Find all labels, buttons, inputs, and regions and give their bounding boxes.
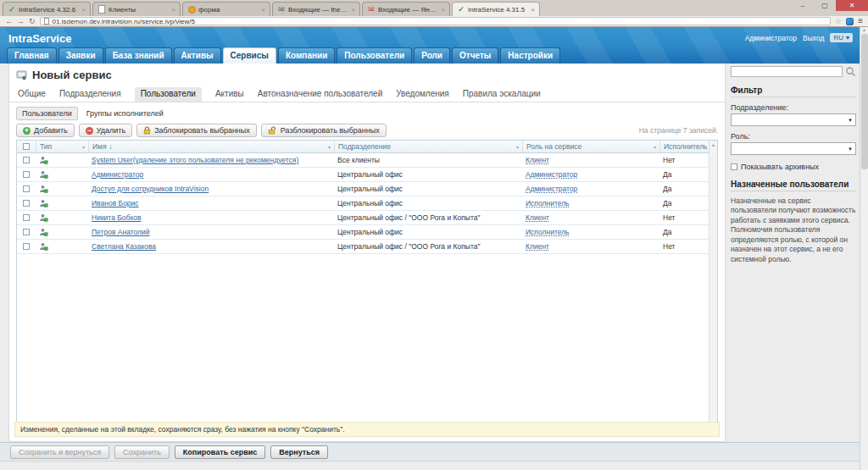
inner-tab-gruppy[interactable]: Группы исполнителей bbox=[81, 108, 169, 119]
close-tab-icon[interactable]: × bbox=[261, 6, 265, 14]
row-checkbox[interactable] bbox=[23, 214, 30, 221]
row-checkbox[interactable] bbox=[23, 200, 30, 207]
nav-tab-otchety[interactable]: Отчеты bbox=[452, 47, 498, 64]
grid-scrollbar[interactable]: ▲ ▼ bbox=[709, 141, 717, 427]
select-all-checkbox[interactable] bbox=[23, 143, 30, 150]
chevron-down-icon[interactable]: ▾ bbox=[82, 144, 85, 150]
tab-obschie[interactable]: Общие bbox=[18, 87, 46, 102]
tab-uvedomleniya[interactable]: Уведомления bbox=[396, 87, 449, 102]
restore-button[interactable]: ▢ bbox=[814, 0, 836, 11]
user-name-link[interactable]: Доступ для сотрудников IntraVision bbox=[92, 185, 209, 193]
copy-service-button[interactable]: Копировать сервис bbox=[175, 445, 265, 459]
tab-aktivy[interactable]: Активы bbox=[215, 87, 244, 102]
role-filter-select[interactable]: ▼ bbox=[731, 142, 856, 155]
nav-tab-servisy[interactable]: Сервисы bbox=[223, 47, 276, 64]
nav-tab-glavnaya[interactable]: Главная bbox=[7, 47, 57, 64]
extension-icon[interactable] bbox=[846, 18, 854, 25]
nav-tab-kompanii[interactable]: Компании bbox=[278, 47, 335, 64]
chevron-down-icon[interactable]: ▾ bbox=[654, 144, 656, 150]
browser-menu-icon[interactable]: ≡ bbox=[858, 17, 863, 25]
browser-tab-title: форма bbox=[198, 6, 259, 14]
current-user-link[interactable]: Администратор bbox=[745, 34, 797, 42]
nav-tab-aktivy[interactable]: Активы bbox=[174, 47, 221, 64]
reload-icon[interactable]: ↻ bbox=[29, 18, 36, 25]
department-filter-select[interactable]: ▼ bbox=[731, 113, 856, 126]
user-name-link[interactable]: Светлана Казакова bbox=[92, 242, 156, 251]
browser-tab-4[interactable]: ✉ Входящие — thericeguy × bbox=[272, 2, 360, 16]
search-input[interactable] bbox=[731, 66, 843, 77]
role-link[interactable]: Администратор bbox=[526, 185, 577, 193]
nav-tab-zayavki[interactable]: Заявки bbox=[58, 47, 103, 64]
browser-tab-2[interactable]: Клиенты × bbox=[92, 2, 181, 16]
row-checkbox[interactable] bbox=[23, 243, 30, 250]
browser-tab-active[interactable]: ✓ IntraService 4.31.5 × bbox=[452, 2, 540, 16]
role-link[interactable]: Клиент bbox=[526, 156, 549, 164]
role-link[interactable]: Исполнитель bbox=[526, 199, 570, 207]
add-button[interactable]: + Добавить bbox=[16, 124, 75, 137]
return-button[interactable]: Вернуться bbox=[270, 445, 328, 459]
show-archived-checkbox[interactable] bbox=[731, 163, 737, 170]
delete-button[interactable]: − Удалить bbox=[79, 124, 132, 137]
close-tab-icon[interactable]: × bbox=[531, 6, 535, 14]
user-name-link[interactable]: System User(удаление этого пользователя … bbox=[92, 156, 298, 164]
chevron-down-icon[interactable]: ▾ bbox=[328, 144, 331, 150]
chevron-down-icon[interactable]: ▾ bbox=[516, 144, 519, 150]
mail-favicon: ✉ bbox=[277, 5, 286, 14]
scroll-up-icon[interactable]: ▲ bbox=[862, 27, 866, 32]
user-type-icon bbox=[39, 213, 48, 222]
save-button[interactable]: Сохранить bbox=[114, 445, 170, 459]
table-row: Никита Бобков Центральный офис / "ООО Ро… bbox=[17, 211, 717, 225]
page-scrollbar[interactable]: ▲ bbox=[860, 27, 868, 470]
role-link[interactable]: Клиент bbox=[526, 242, 549, 251]
close-tab-icon[interactable]: × bbox=[171, 6, 175, 14]
browser-tab-3[interactable]: форма × bbox=[182, 2, 270, 16]
block-selected-button[interactable]: Заблокировать выбранных bbox=[136, 124, 257, 137]
row-checkbox[interactable] bbox=[23, 185, 30, 192]
language-code: RU bbox=[833, 34, 843, 41]
nav-tab-nastroyki[interactable]: Настройки bbox=[500, 47, 560, 64]
url-bar[interactable]: 01.isdemon.dev.intravision.ru/service.iv… bbox=[40, 17, 832, 25]
row-checkbox[interactable] bbox=[23, 157, 30, 163]
column-label: Исполнитель bbox=[664, 142, 707, 151]
tab-polzovateli[interactable]: Пользователи bbox=[135, 87, 202, 102]
row-checkbox[interactable] bbox=[23, 171, 30, 178]
row-checkbox[interactable] bbox=[23, 229, 30, 235]
role-link[interactable]: Клиент bbox=[526, 213, 549, 222]
user-name-link[interactable]: Иванов Борис bbox=[92, 199, 139, 207]
search-icon[interactable] bbox=[845, 66, 856, 77]
forward-icon[interactable]: → bbox=[17, 18, 25, 25]
save-and-return-button[interactable]: Сохранить и вернуться bbox=[10, 445, 109, 459]
nav-tab-baza-znaniy[interactable]: База знаний bbox=[105, 47, 172, 64]
inner-tab-polzovateli[interactable]: Пользователи bbox=[16, 107, 78, 120]
role-link[interactable]: Администратор bbox=[526, 170, 577, 179]
column-header-role[interactable]: Роль на сервисе ▾ bbox=[522, 141, 659, 152]
close-tab-icon[interactable]: × bbox=[351, 6, 355, 14]
table-body: System User(удаление этого пользователя … bbox=[17, 153, 717, 254]
scroll-up-icon[interactable]: ▲ bbox=[711, 142, 715, 147]
role-link[interactable]: Исполнитель bbox=[526, 228, 570, 236]
close-tab-icon[interactable]: × bbox=[441, 6, 445, 14]
nav-tab-polzovateli[interactable]: Пользователи bbox=[337, 47, 412, 64]
back-icon[interactable]: ← bbox=[5, 18, 13, 25]
tab-avtonaznachenie[interactable]: Автоназначение пользователей bbox=[258, 87, 383, 102]
close-button[interactable]: ✕ bbox=[836, 0, 868, 11]
tab-podrazdeleniya[interactable]: Подразделения bbox=[59, 87, 121, 102]
column-header-executor[interactable]: Исполнитель ▾ bbox=[659, 141, 707, 152]
column-header-department[interactable]: Подразделение ▾ bbox=[334, 141, 522, 152]
column-header-name[interactable]: Имя ↓ ▾ bbox=[88, 141, 334, 152]
bookmark-star-icon[interactable]: ☆ bbox=[835, 18, 842, 25]
column-header-type[interactable]: Тип ▾ bbox=[36, 141, 88, 152]
browser-tab-5[interactable]: ✉ Входящие — Яндекс.По × bbox=[362, 2, 450, 16]
language-selector[interactable]: RU ▾ bbox=[830, 33, 853, 42]
user-name-link[interactable]: Администратор bbox=[92, 170, 143, 179]
unblock-selected-button[interactable]: Разблокировать выбранных bbox=[261, 124, 387, 137]
tab-pravila-eskalacii[interactable]: Правила эскалации bbox=[463, 87, 541, 102]
minimize-button[interactable]: – bbox=[792, 0, 814, 11]
logout-link[interactable]: Выход bbox=[803, 34, 824, 42]
close-tab-icon[interactable]: × bbox=[81, 6, 86, 14]
browser-tab-1[interactable]: ✓ IntraService 4.32.6 × bbox=[3, 2, 91, 16]
user-name-link[interactable]: Никита Бобков bbox=[92, 213, 141, 222]
user-name-link[interactable]: Петров Анатолий bbox=[92, 228, 149, 236]
scrollbar-thumb[interactable] bbox=[861, 34, 868, 169]
nav-tab-roli[interactable]: Роли bbox=[414, 47, 450, 64]
